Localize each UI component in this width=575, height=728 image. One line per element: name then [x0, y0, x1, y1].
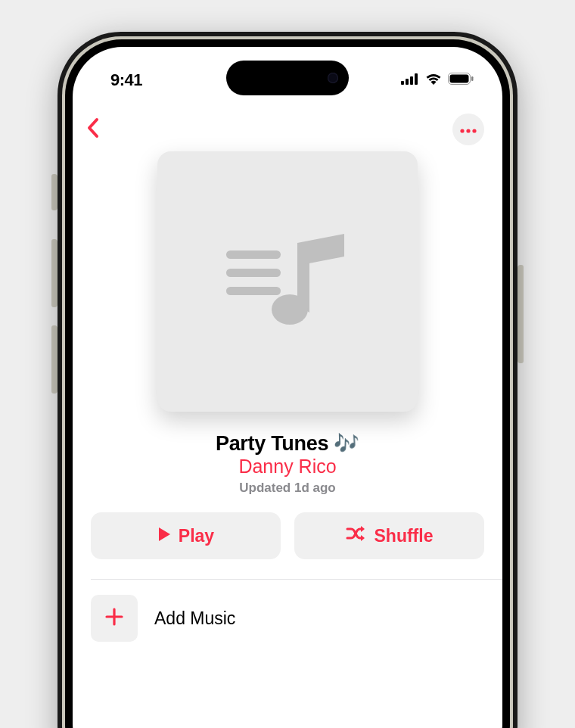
nav-bar [73, 107, 502, 148]
playlist-artwork-placeholder[interactable] [157, 151, 418, 412]
play-label: Play [179, 526, 214, 546]
svg-rect-2 [410, 76, 413, 85]
play-button[interactable]: Play [91, 512, 281, 559]
playlist-artwork-container [73, 151, 502, 412]
cellular-icon [401, 73, 419, 88]
more-button[interactable] [452, 114, 484, 145]
volume-up-button [51, 239, 58, 307]
phone-frame: 9:41 [58, 32, 518, 728]
status-time: 9:41 [110, 70, 142, 90]
screen: 9:41 [73, 47, 502, 728]
shuffle-button[interactable]: Shuffle [294, 512, 484, 559]
wifi-icon [425, 73, 442, 88]
add-icon-box [91, 595, 138, 642]
playlist-title: Party Tunes 🎶 [73, 431, 502, 456]
title-block: Party Tunes 🎶 Danny Rico Updated 1d ago [73, 431, 502, 496]
shuffle-label: Shuffle [375, 526, 434, 546]
svg-point-7 [460, 129, 464, 132]
ellipsis-icon [459, 123, 477, 136]
status-icons [401, 73, 474, 88]
add-music-button[interactable]: Add Music [73, 580, 502, 657]
svg-rect-3 [415, 73, 418, 85]
plus-icon [104, 606, 125, 630]
svg-point-9 [472, 129, 476, 132]
svg-rect-10 [226, 250, 281, 259]
svg-point-8 [466, 129, 470, 132]
svg-rect-11 [226, 269, 281, 277]
svg-point-14 [272, 294, 308, 325]
svg-rect-12 [226, 287, 281, 295]
shuffle-icon [346, 525, 367, 546]
svg-rect-1 [406, 79, 409, 85]
power-button [518, 265, 524, 363]
playlist-author[interactable]: Danny Rico [73, 456, 502, 478]
chevron-left-icon [86, 117, 100, 142]
dynamic-island [226, 61, 349, 95]
svg-rect-5 [450, 75, 469, 83]
back-button[interactable] [86, 114, 117, 145]
add-music-label: Add Music [154, 608, 235, 629]
playlist-icon [216, 223, 359, 340]
svg-rect-0 [401, 81, 404, 85]
battery-icon [448, 73, 474, 88]
playlist-updated: Updated 1d ago [73, 481, 502, 496]
silence-switch [51, 174, 58, 210]
play-icon [157, 526, 171, 546]
volume-down-button [51, 325, 58, 394]
action-row: Play Shuffle [73, 512, 502, 559]
svg-rect-6 [471, 76, 474, 81]
